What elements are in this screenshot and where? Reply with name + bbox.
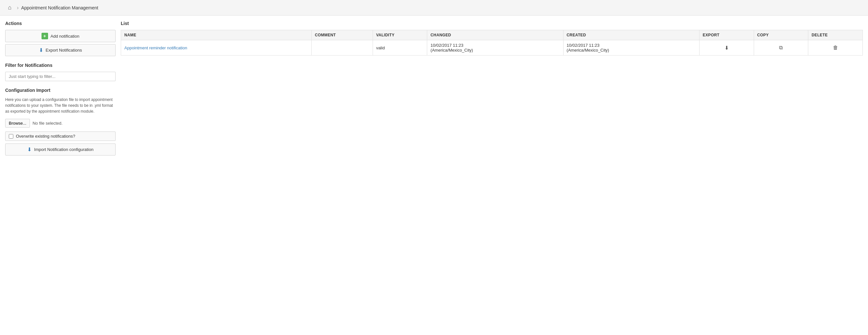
overwrite-checkbox[interactable]	[9, 134, 13, 139]
col-header-changed: CHANGED	[427, 30, 563, 40]
col-header-name: NAME	[121, 30, 312, 40]
cell-created: 10/02/2017 11:23 (America/Mexico_City)	[563, 40, 699, 56]
col-header-delete: DELETE	[808, 30, 863, 40]
add-notification-button[interactable]: + Add notification	[5, 30, 116, 42]
cell-comment	[311, 40, 373, 56]
import-label: Import Notification configuration	[34, 147, 93, 152]
actions-section: Actions + Add notification ⬇ Export Noti…	[5, 21, 116, 56]
overwrite-row: Overwrite existing notifications?	[5, 131, 116, 141]
actions-title: Actions	[5, 21, 116, 26]
col-header-export: EXPORT	[699, 30, 754, 40]
col-header-validity: VALIDITY	[373, 30, 427, 40]
page-title: Appointment Notification Management	[21, 5, 98, 10]
header: ⌂ › Appointment Notification Management	[0, 0, 868, 16]
col-header-copy: COPY	[754, 30, 808, 40]
plus-icon: +	[41, 33, 48, 39]
file-name-label: No file selected.	[32, 121, 63, 126]
export-notifications-label: Export Notifications	[46, 48, 82, 53]
add-notification-label: Add notification	[51, 34, 80, 39]
export-notifications-button[interactable]: ⬇ Export Notifications	[5, 44, 116, 56]
cell-export: ⬇	[699, 40, 754, 56]
col-header-comment: COMMENT	[311, 30, 373, 40]
cell-name: Appointment reminder notification	[121, 40, 312, 56]
breadcrumb-separator: ›	[17, 5, 19, 11]
copy-row-button[interactable]: ⧉	[777, 44, 784, 51]
cell-validity: valid	[373, 40, 427, 56]
import-button[interactable]: ⬇ Import Notification configuration	[5, 144, 116, 155]
notification-link[interactable]: Appointment reminder notification	[124, 45, 187, 50]
col-header-created: CREATED	[563, 30, 699, 40]
left-panel: Actions + Add notification ⬇ Export Noti…	[5, 21, 116, 157]
main-layout: Actions + Add notification ⬇ Export Noti…	[0, 16, 868, 163]
overwrite-label: Overwrite existing notifications?	[16, 134, 75, 139]
file-row: Browse... No file selected.	[5, 119, 116, 128]
cell-copy: ⧉	[754, 40, 808, 56]
table-header-row: NAME COMMENT VALIDITY CHANGED CREATED EX…	[121, 30, 863, 40]
config-section: Configuration Import Here you can upload…	[5, 88, 116, 155]
home-icon[interactable]: ⌂	[5, 3, 14, 12]
delete-row-button[interactable]: 🗑	[831, 44, 840, 51]
filter-section: Filter for Notifications	[5, 63, 116, 81]
browse-button[interactable]: Browse...	[5, 119, 30, 128]
list-title: List	[121, 21, 863, 26]
filter-title: Filter for Notifications	[5, 63, 116, 68]
filter-input[interactable]	[5, 72, 116, 81]
table-row: Appointment reminder notificationvalid10…	[121, 40, 863, 56]
export-row-button[interactable]: ⬇	[722, 44, 731, 52]
right-panel: List NAME COMMENT VALIDITY CHANGED CREAT…	[121, 21, 863, 56]
cell-changed: 10/02/2017 11:23 (America/Mexico_City)	[427, 40, 563, 56]
config-title: Configuration Import	[5, 88, 116, 93]
config-description: Here you can upload a configuration file…	[5, 97, 116, 114]
import-icon: ⬇	[27, 146, 31, 153]
download-icon: ⬇	[39, 47, 43, 53]
cell-delete: 🗑	[808, 40, 863, 56]
notifications-table: NAME COMMENT VALIDITY CHANGED CREATED EX…	[121, 30, 863, 56]
